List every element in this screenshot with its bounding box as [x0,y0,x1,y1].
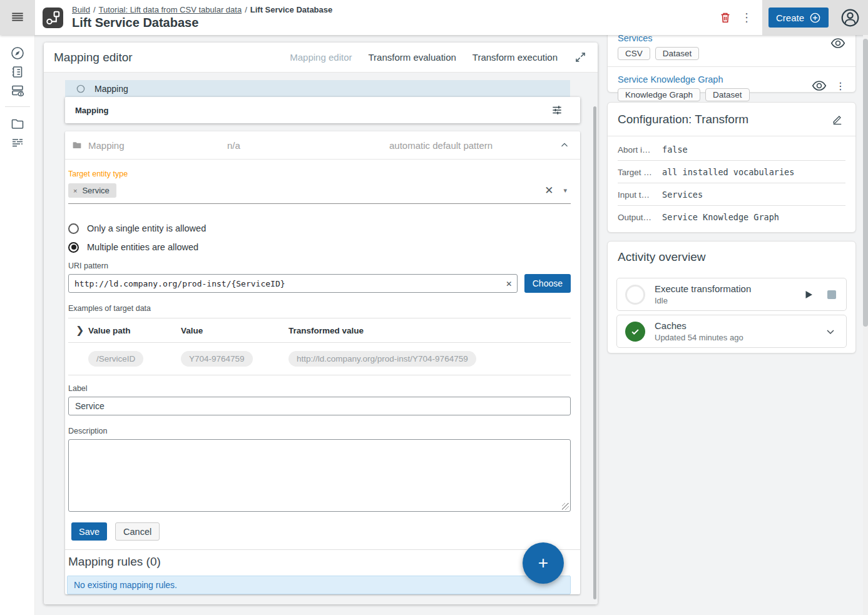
service-knowledge-graph-link[interactable]: Service Knowledge Graph [618,74,723,84]
transformed-value-pill: http://ld.company.org/prod-inst/Y704-976… [288,351,476,367]
sidebar-item-activities[interactable] [5,63,30,81]
activity-title: Execute transformation [655,283,751,294]
configuration-card-header: Configuration: Transform [608,103,855,136]
tab-mapping-editor[interactable]: Mapping editor [290,52,352,63]
mapping-editor-body: Mapping Mapping Mapping n/a automatic de… [44,73,598,604]
cell-value: Y704-9764759 [181,351,288,367]
tag-csv: CSV [618,47,650,60]
uri-pattern-label: URI pattern [68,262,571,270]
clear-uri-icon[interactable]: ✕ [506,278,512,289]
eye-icon [811,78,827,94]
radio-single-entity[interactable]: Only a single entity is allowed [68,219,571,238]
config-value: Services [662,190,703,200]
header-actions: ⋮ Create [715,0,868,35]
sidebar-item-files[interactable] [5,114,30,133]
tag-dataset: Dataset [655,47,700,60]
trash-icon [718,11,732,24]
mapping-toolbar: Mapping [65,97,580,123]
sidebar-item-datasets[interactable] [5,81,30,100]
save-button[interactable]: Save [71,522,107,541]
header-gray-section: Create [762,0,868,35]
sidebar-item-explore[interactable] [5,44,30,63]
maximize-panel-button[interactable] [571,49,589,66]
expand-row-icon[interactable]: ❯ [76,324,84,336]
target-entity-type-label: Target entity type [68,170,571,178]
tune-sliders-icon [551,104,563,116]
mapping-editor-panel: Mapping editor Mapping editor Transform … [44,43,598,604]
config-label: Target … [618,168,653,177]
app-logo[interactable] [43,8,63,28]
mapping-settings-button[interactable] [549,102,565,118]
edit-configuration-button[interactable] [829,111,845,128]
notebook-list-icon [10,64,25,79]
chevron-up-icon[interactable] [559,140,570,151]
workflow-logo-icon [46,10,61,25]
breadcrumb-build-link[interactable]: Build [72,5,90,14]
radio-multiple-entities[interactable]: Multiple entities are allowed [68,238,571,257]
related-datasets-card: Services CSV Dataset Service Knowledge G… [607,25,856,93]
activity-text: Caches Updated 54 minutes ago [655,320,743,342]
create-button[interactable]: Create [768,8,829,28]
inner-scrollbar-thumb[interactable] [593,106,596,599]
uri-pattern-section: URI pattern http://ld.company.org/prod-i… [68,262,571,293]
page-title: Lift Service Database [72,16,332,30]
page-scrollbar[interactable] [863,35,868,615]
stop-activity-button[interactable] [825,288,838,301]
form-actions: Save Cancel [68,512,571,544]
dataset-view-icon [10,83,25,98]
examples-section: Examples of target data ❯ Value path Val… [68,304,571,375]
header-more-menu-button[interactable]: ⋮ [736,7,757,28]
config-value: Service Knowledge Graph [662,212,779,222]
services-row-actions [829,34,847,52]
chip-remove-icon[interactable]: × [73,187,77,195]
user-menu-button[interactable] [839,6,861,29]
breadcrumb-tutorial-link[interactable]: Tutorial: Lift data from CSV tabular dat… [99,5,242,14]
sidebar-item-query[interactable] [5,133,30,152]
activity-status: Updated 54 minutes ago [655,333,743,342]
choose-uri-button[interactable]: Choose [524,274,571,293]
circle-node-icon [76,84,85,93]
label-field: Label [68,384,571,415]
cancel-button[interactable]: Cancel [115,522,160,541]
clear-selection-icon[interactable]: ✕ [544,184,553,197]
tab-transform-execution[interactable]: Transform execution [472,52,558,63]
activity-controls [823,324,838,339]
mapping-detail-header[interactable]: Mapping n/a automatic default pattern [65,131,580,160]
expand-caches-button[interactable] [823,324,838,339]
activity-title: Caches [655,320,743,331]
preview-services-button[interactable] [829,34,847,52]
page-scrollbar-thumb[interactable] [863,39,868,327]
description-textarea[interactable] [68,439,571,512]
app-header: Build / Tutorial: Lift data from CSV tab… [0,0,868,35]
add-mapping-rule-fab[interactable]: + [523,542,564,584]
breadcrumb-separator: / [245,5,247,14]
configuration-card: Configuration: Transform Abort i… false … [607,102,856,233]
mapping-detail-card: Mapping n/a automatic default pattern Ta… [65,131,580,594]
uri-pattern-input[interactable]: http://ld.company.org/prod-inst/{Service… [68,274,518,293]
config-value: all installed vocabularies [662,167,794,177]
delete-project-button[interactable] [715,7,736,28]
preview-skg-button[interactable] [810,77,828,94]
radio-single-entity-label: Only a single entity is allowed [87,223,206,233]
chevron-down-icon[interactable]: ▾ [563,186,567,195]
entity-type-chip-label: Service [82,186,109,195]
activity-caches: Caches Updated 54 minutes ago [616,315,847,348]
breadcrumb-separator: / [93,5,96,14]
hamburger-menu-button[interactable] [9,9,26,26]
target-entity-type-select[interactable]: × Service ✕ ▾ [68,182,571,204]
skg-more-menu-button[interactable]: ⋮ [834,77,847,94]
text-lines-icon [10,135,25,150]
config-row-abort: Abort i… false [618,138,845,161]
entity-type-chip[interactable]: × Service [68,183,116,198]
label-input[interactable] [68,397,571,415]
tab-transform-evaluation[interactable]: Transform evaluation [368,52,456,63]
radio-multiple-entities-label: Multiple entities are allowed [87,242,198,252]
column-header-value-path: Value path [88,326,181,335]
description-field: Description [68,427,571,512]
configuration-rows: Abort i… false Target … all installed vo… [608,136,855,228]
start-activity-button[interactable] [802,288,815,302]
mapping-rule-uri-info: n/a [227,140,240,151]
mapping-tree-item-root[interactable]: Mapping [65,80,570,97]
activity-overview-title: Activity overview [618,250,705,264]
skg-row-actions: ⋮ [810,77,847,94]
